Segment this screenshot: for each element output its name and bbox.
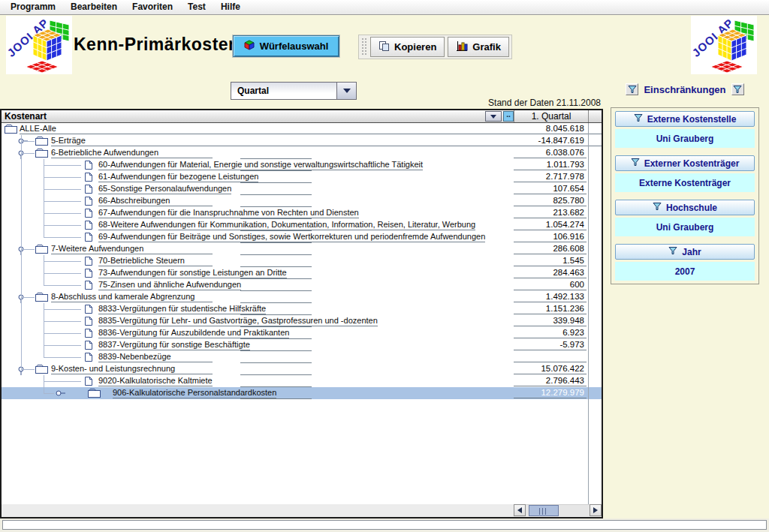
cell-value: -14.847.619 bbox=[514, 135, 587, 146]
menu-favoriten[interactable]: Favoriten bbox=[125, 0, 180, 14]
tree-node-label[interactable]: 8839-Nebenbezüge bbox=[98, 351, 213, 362]
table-row[interactable]: 6-Betriebliche Aufwendungen6.038.076 bbox=[2, 147, 602, 159]
tree-node-label[interactable]: 906-Kalkulatorische Personalstandardkost… bbox=[113, 387, 276, 398]
tree-connector-line bbox=[44, 321, 81, 322]
data-status-label: Stand der Daten 21.11.2008 bbox=[421, 98, 601, 108]
tree-connector-line bbox=[44, 159, 44, 237]
column-header-quartal[interactable]: 1. Quartal bbox=[514, 110, 588, 122]
table-row[interactable]: 69-Aufwendungen für Beiträge und Sonstig… bbox=[2, 231, 602, 243]
tree-node-label[interactable]: 8836-Vergütung für Auszubildende und Pra… bbox=[98, 327, 289, 338]
tree-node-label[interactable]: 69-Aufwendungen für Beiträge und Sonstig… bbox=[98, 231, 485, 242]
tree-connector-line bbox=[21, 135, 22, 369]
copy-button[interactable]: Kopieren bbox=[370, 37, 445, 57]
tree-connector-line bbox=[44, 177, 81, 178]
table-row[interactable]: 61-Aufwendungen für bezogene Leistungen2… bbox=[2, 171, 602, 183]
table-row[interactable]: 8836-Vergütung für Auszubildende und Pra… bbox=[2, 327, 602, 339]
costs-table-panel: Kostenart .. 1. Quartal ALLE-Alle8.045.6… bbox=[0, 109, 603, 518]
cell-value: 8.045.618 bbox=[514, 123, 587, 134]
tree-connector-line bbox=[21, 297, 35, 298]
table-row[interactable]: 70-Betriebliche Steuern1.545 bbox=[2, 255, 602, 267]
table-row[interactable]: 8833-Vergütungen für studentische Hilfsk… bbox=[2, 303, 602, 315]
menu-bar: ProgrammBearbeitenFavoritenTestHilfe bbox=[0, 0, 769, 15]
cell-value: 1.151.236 bbox=[514, 303, 587, 314]
table-row[interactable]: 7-Weitere Aufwendungen286.608 bbox=[2, 243, 602, 255]
tree-node-label[interactable]: 68-Weitere Aufwendungen für Kommunikatio… bbox=[98, 219, 475, 230]
tree-node-label[interactable]: 75-Zinsen und ähnliche Aufwendungen bbox=[98, 279, 241, 290]
filter-button[interactable]: Externer Kostenträger bbox=[615, 155, 755, 171]
tree-node-label[interactable]: 8-Abschluss und kamerale Abgrenzung bbox=[51, 291, 213, 302]
filter-section: Jahr2007 bbox=[615, 244, 755, 281]
table-row[interactable]: 67-Aufwendungen für die Inanspruchnahme … bbox=[2, 207, 602, 219]
arrow-right-icon bbox=[593, 507, 598, 513]
table-row[interactable]: 66-Abschreibungen825.780 bbox=[2, 195, 602, 207]
tree-node-label[interactable]: 70-Betriebliche Steuern bbox=[98, 255, 213, 266]
filter-section: Externe KostenstelleUni Grauberg bbox=[615, 111, 755, 148]
menu-hilfe[interactable]: Hilfe bbox=[213, 0, 248, 14]
filter-button[interactable]: Externe Kostenstelle bbox=[615, 111, 755, 127]
tree-node-label[interactable]: 66-Abschreibungen bbox=[98, 195, 213, 206]
tree-collapsed-handle-icon[interactable] bbox=[54, 387, 66, 402]
tree-node-label[interactable]: 9020-Kalkulatorische Kaltmiete bbox=[98, 375, 213, 386]
tree-node-label[interactable]: 8835-Vergütung für Lehr- und Gastvorträg… bbox=[98, 315, 378, 326]
table-row[interactable]: 65-Sonstige Personalaufwendungen107.654 bbox=[2, 183, 602, 195]
filter-section: Externer KostenträgerExterne Kostenträge… bbox=[615, 155, 755, 192]
table-row[interactable]: ALLE-Alle8.045.618 bbox=[2, 123, 602, 135]
toolbar-drag-handle[interactable] bbox=[361, 38, 367, 56]
tree-node-label[interactable]: 8837-Vergütung für sonstige Beschäftigte bbox=[98, 339, 250, 350]
tree-connector-line bbox=[44, 273, 81, 274]
tree-node-label[interactable]: 6-Betriebliche Aufwendungen bbox=[51, 147, 213, 158]
table-row[interactable]: 5-Erträge-14.847.619 bbox=[2, 135, 602, 147]
column-more-button[interactable]: .. bbox=[503, 111, 514, 122]
filter-funnel-button[interactable] bbox=[731, 83, 744, 95]
tree-connector-line bbox=[44, 225, 81, 226]
table-row[interactable]: 8835-Vergütung für Lehr- und Gastvorträg… bbox=[2, 315, 602, 327]
table-row[interactable]: 9-Kosten- und Leistungsrechnung15.076.42… bbox=[2, 363, 602, 375]
scrollbar-thumb[interactable] bbox=[529, 505, 559, 516]
period-combobox[interactable]: Quartal bbox=[231, 82, 357, 100]
chart-button[interactable]: Grafik bbox=[448, 37, 509, 57]
filter-button[interactable]: Hochschule bbox=[615, 200, 755, 215]
table-row[interactable]: 73-Aufwendungen für sonstige Leistungen … bbox=[2, 267, 602, 279]
tree-connector-line bbox=[21, 369, 35, 370]
scrollbar-track[interactable] bbox=[526, 504, 590, 516]
table-row[interactable]: 60-Aufwendungen für Material, Energie un… bbox=[2, 159, 602, 171]
column-header-kostenart[interactable]: Kostenart bbox=[5, 110, 47, 122]
column-header-spare bbox=[588, 110, 602, 122]
tree-node-label[interactable]: 67-Aufwendungen für die Inanspruchnahme … bbox=[98, 207, 359, 218]
filter-funnel-button[interactable] bbox=[626, 83, 638, 95]
tree-connector-line bbox=[44, 393, 54, 394]
scroll-left-button[interactable] bbox=[514, 504, 526, 516]
menu-test[interactable]: Test bbox=[180, 0, 213, 14]
tree-connector-line bbox=[44, 189, 81, 190]
tree-node-label[interactable]: 8833-Vergütungen für studentische Hilfsk… bbox=[98, 303, 266, 314]
tree-node-label[interactable]: 7-Weitere Aufwendungen bbox=[51, 243, 213, 254]
table-row[interactable]: 75-Zinsen und ähnliche Aufwendungen600 bbox=[2, 279, 602, 291]
horizontal-scrollbar[interactable] bbox=[514, 504, 602, 516]
column-dropdown-button[interactable] bbox=[485, 111, 502, 122]
table-row[interactable]: 68-Weitere Aufwendungen für Kommunikatio… bbox=[2, 219, 602, 231]
tree-node-label[interactable]: 9-Kosten- und Leistungsrechnung bbox=[51, 363, 213, 374]
table-row[interactable]: 9020-Kalkulatorische Kaltmiete2.796.443 bbox=[2, 375, 602, 387]
combobox-arrow-button[interactable] bbox=[336, 83, 356, 99]
tree-connector-line bbox=[44, 261, 81, 262]
tree-node-label[interactable]: 61-Aufwendungen für bezogene Leistungen bbox=[98, 171, 258, 182]
scrollbar-strip bbox=[2, 504, 602, 517]
scroll-right-button[interactable] bbox=[590, 504, 602, 516]
tree-connector-line bbox=[44, 213, 81, 214]
menu-bearbeiten[interactable]: Bearbeiten bbox=[63, 0, 125, 14]
filter-label: Externe Kostenstelle bbox=[647, 114, 737, 125]
tree-node-label[interactable]: 65-Sonstige Personalaufwendungen bbox=[98, 183, 231, 194]
table-row[interactable]: 8837-Vergütung für sonstige Beschäftigte… bbox=[2, 339, 602, 351]
cube-select-button[interactable]: Würfelauswahl bbox=[233, 35, 339, 57]
filter-section: HochschuleUni Grauberg bbox=[615, 200, 755, 236]
page-title: Kenn-Primärkosten bbox=[74, 35, 240, 55]
tree-connector-line bbox=[44, 333, 81, 334]
menu-programm[interactable]: Programm bbox=[3, 0, 63, 14]
table-row[interactable]: 8-Abschluss und kamerale Abgrenzung1.492… bbox=[2, 291, 602, 303]
tree-node-label[interactable]: 60-Aufwendungen für Material, Energie un… bbox=[98, 159, 423, 170]
table-row[interactable]: 906-Kalkulatorische Personalstandardkost… bbox=[2, 387, 602, 399]
arrow-left-icon bbox=[517, 507, 522, 513]
table-row[interactable]: 8839-Nebenbezüge bbox=[2, 351, 602, 363]
filter-button[interactable]: Jahr bbox=[615, 244, 755, 260]
tree-node-label[interactable]: 73-Aufwendungen für sonstige Leistungen … bbox=[98, 267, 287, 278]
